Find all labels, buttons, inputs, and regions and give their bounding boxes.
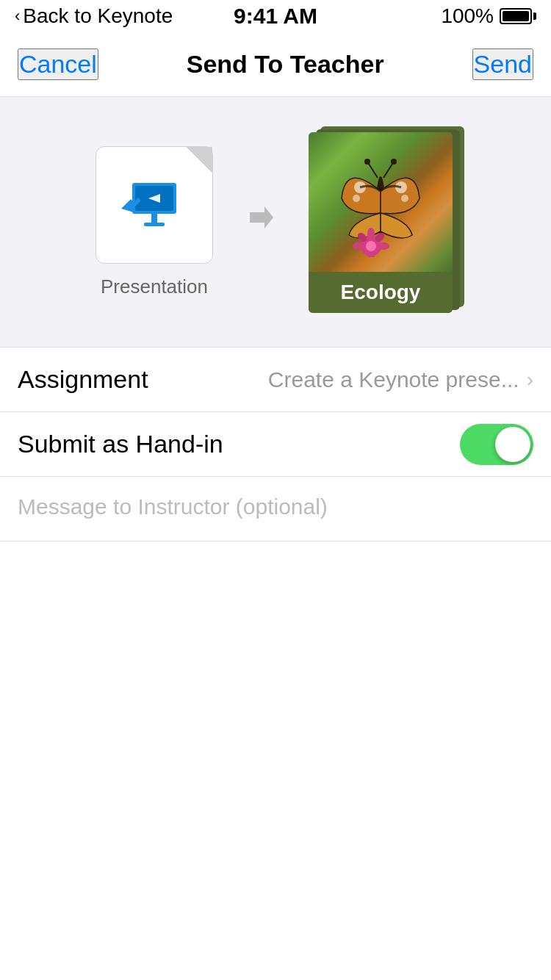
status-back[interactable]: ‹ Back to Keynote [15,4,173,28]
file-icon-wrapper: Presentation [96,146,213,298]
svg-point-20 [378,242,389,250]
toggle-knob [495,427,530,462]
assignment-row[interactable]: Assignment Create a Keynote prese... › [0,347,551,412]
status-time: 9:41 AM [234,4,317,29]
svg-point-12 [364,159,370,165]
status-right: 100% [441,4,536,28]
svg-point-8 [353,195,360,202]
status-bar: ‹ Back to Keynote 9:41 AM 100% [0,0,551,32]
svg-point-10 [401,195,408,202]
battery-percent: 100% [441,4,494,28]
back-to-keynote-label: Back to Keynote [23,4,173,28]
nav-title: Send To Teacher [187,50,384,79]
ecology-label: Ecology [309,272,453,313]
ecology-image [309,132,453,272]
svg-rect-3 [144,223,165,226]
file-icon [96,146,213,264]
assignment-value-group: Create a Keynote prese... › [268,367,533,392]
send-button[interactable]: Send [472,48,533,80]
back-chevron-icon: ‹ [15,7,20,26]
message-row[interactable]: Message to Instructor (optional) [0,477,551,541]
svg-point-14 [391,159,397,165]
assignment-value: Create a Keynote prese... [268,367,519,392]
butterfly-svg [331,147,431,257]
svg-point-16 [366,241,376,251]
svg-marker-5 [250,206,273,228]
svg-point-19 [353,242,364,250]
arrow-right-icon [242,199,279,245]
bottom-area [0,541,551,980]
submit-label: Submit as Hand-in [18,430,223,458]
nav-bar: Cancel Send To Teacher Send [0,32,551,97]
svg-rect-2 [151,214,157,224]
preview-area: Presentation [0,97,551,347]
ecology-stack: Ecology [309,126,455,317]
submit-toggle[interactable] [460,424,533,465]
svg-point-17 [367,228,375,239]
assignment-label: Assignment [18,365,148,394]
file-corner [186,147,212,173]
submit-row: Submit as Hand-in [0,412,551,477]
ecology-card-front: Ecology [309,132,453,313]
battery-icon [500,8,536,24]
cancel-button[interactable]: Cancel [18,48,98,80]
keynote-presentation-icon [118,176,191,234]
file-label: Presentation [101,275,208,298]
message-placeholder: Message to Instructor (optional) [18,494,328,519]
chevron-right-icon: › [527,368,533,392]
